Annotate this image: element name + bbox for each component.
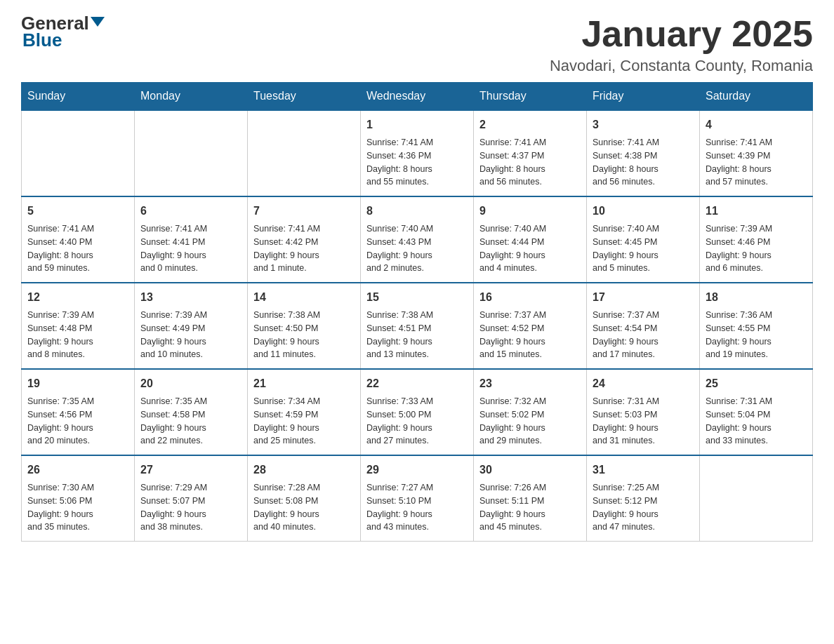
day-info: Sunrise: 7:40 AM Sunset: 4:43 PM Dayligh… xyxy=(366,222,468,275)
weekday-header: Tuesday xyxy=(248,83,361,111)
calendar-day-cell: 8Sunrise: 7:40 AM Sunset: 4:43 PM Daylig… xyxy=(361,196,474,283)
day-info: Sunrise: 7:39 AM Sunset: 4:49 PM Dayligh… xyxy=(140,309,241,361)
weekday-header: Wednesday xyxy=(361,83,474,111)
day-number: 20 xyxy=(140,375,241,392)
day-number: 31 xyxy=(593,462,694,478)
day-info: Sunrise: 7:26 AM Sunset: 5:11 PM Dayligh… xyxy=(479,481,581,534)
day-info: Sunrise: 7:30 AM Sunset: 5:06 PM Dayligh… xyxy=(27,481,128,534)
calendar-day-cell: 24Sunrise: 7:31 AM Sunset: 5:03 PM Dayli… xyxy=(587,369,700,455)
day-number: 28 xyxy=(253,462,355,478)
day-number: 19 xyxy=(27,375,128,392)
day-number: 7 xyxy=(253,203,355,220)
day-number: 23 xyxy=(479,375,581,392)
logo-blue-text: Blue xyxy=(22,29,62,51)
calendar-day-cell: 21Sunrise: 7:34 AM Sunset: 4:59 PM Dayli… xyxy=(248,369,361,455)
calendar-day-cell: 19Sunrise: 7:35 AM Sunset: 4:56 PM Dayli… xyxy=(22,369,135,455)
day-number: 24 xyxy=(593,375,694,392)
day-number: 9 xyxy=(479,203,581,220)
day-info: Sunrise: 7:40 AM Sunset: 4:45 PM Dayligh… xyxy=(593,222,694,275)
day-number: 8 xyxy=(366,203,468,220)
calendar-table: SundayMondayTuesdayWednesdayThursdayFrid… xyxy=(21,82,813,542)
day-info: Sunrise: 7:33 AM Sunset: 5:00 PM Dayligh… xyxy=(366,395,468,448)
day-info: Sunrise: 7:39 AM Sunset: 4:48 PM Dayligh… xyxy=(27,309,128,361)
logo-triangle-icon xyxy=(91,17,105,27)
day-info: Sunrise: 7:37 AM Sunset: 4:52 PM Dayligh… xyxy=(479,309,581,361)
calendar-day-cell: 26Sunrise: 7:30 AM Sunset: 5:06 PM Dayli… xyxy=(22,455,135,542)
calendar-week-row: 12Sunrise: 7:39 AM Sunset: 4:48 PM Dayli… xyxy=(22,283,813,369)
day-number: 14 xyxy=(253,289,355,306)
calendar-day-cell xyxy=(700,455,813,542)
day-number: 1 xyxy=(366,116,468,133)
day-number: 25 xyxy=(706,375,807,392)
day-number: 2 xyxy=(479,116,581,133)
calendar-day-cell: 23Sunrise: 7:32 AM Sunset: 5:02 PM Dayli… xyxy=(474,369,587,455)
day-number: 15 xyxy=(366,289,468,306)
calendar-day-cell: 10Sunrise: 7:40 AM Sunset: 4:45 PM Dayli… xyxy=(587,196,700,283)
day-info: Sunrise: 7:37 AM Sunset: 4:54 PM Dayligh… xyxy=(593,309,694,361)
day-number: 5 xyxy=(27,203,128,220)
calendar-day-cell: 13Sunrise: 7:39 AM Sunset: 4:49 PM Dayli… xyxy=(135,283,248,369)
calendar-day-cell: 6Sunrise: 7:41 AM Sunset: 4:41 PM Daylig… xyxy=(135,196,248,283)
day-info: Sunrise: 7:25 AM Sunset: 5:12 PM Dayligh… xyxy=(593,481,694,534)
day-number: 26 xyxy=(27,462,128,478)
calendar-day-cell: 15Sunrise: 7:38 AM Sunset: 4:51 PM Dayli… xyxy=(361,283,474,369)
day-number: 29 xyxy=(366,462,468,478)
day-number: 4 xyxy=(706,116,807,133)
day-number: 30 xyxy=(479,462,581,478)
calendar-day-cell: 20Sunrise: 7:35 AM Sunset: 4:58 PM Dayli… xyxy=(135,369,248,455)
calendar-day-cell xyxy=(22,110,135,196)
day-number: 16 xyxy=(479,289,581,306)
day-info: Sunrise: 7:41 AM Sunset: 4:40 PM Dayligh… xyxy=(27,222,128,275)
calendar-day-cell: 4Sunrise: 7:41 AM Sunset: 4:39 PM Daylig… xyxy=(700,110,813,196)
weekday-header: Sunday xyxy=(22,83,135,111)
day-info: Sunrise: 7:35 AM Sunset: 4:56 PM Dayligh… xyxy=(27,395,128,448)
day-info: Sunrise: 7:29 AM Sunset: 5:07 PM Dayligh… xyxy=(140,481,241,534)
calendar-day-cell: 9Sunrise: 7:40 AM Sunset: 4:44 PM Daylig… xyxy=(474,196,587,283)
calendar-day-cell: 22Sunrise: 7:33 AM Sunset: 5:00 PM Dayli… xyxy=(361,369,474,455)
calendar-day-cell: 1Sunrise: 7:41 AM Sunset: 4:36 PM Daylig… xyxy=(361,110,474,196)
day-number: 18 xyxy=(706,289,807,306)
calendar-week-row: 5Sunrise: 7:41 AM Sunset: 4:40 PM Daylig… xyxy=(22,196,813,283)
day-info: Sunrise: 7:31 AM Sunset: 5:04 PM Dayligh… xyxy=(706,395,807,448)
day-info: Sunrise: 7:39 AM Sunset: 4:46 PM Dayligh… xyxy=(706,222,807,275)
calendar-week-row: 19Sunrise: 7:35 AM Sunset: 4:56 PM Dayli… xyxy=(22,369,813,455)
month-title: January 2025 xyxy=(550,14,813,54)
page-header: General Blue January 2025 Navodari, Cons… xyxy=(21,14,813,75)
day-number: 12 xyxy=(27,289,128,306)
day-number: 6 xyxy=(140,203,241,220)
calendar-day-cell xyxy=(135,110,248,196)
calendar-day-cell: 2Sunrise: 7:41 AM Sunset: 4:37 PM Daylig… xyxy=(474,110,587,196)
logo: General Blue xyxy=(21,14,106,51)
calendar-day-cell: 31Sunrise: 7:25 AM Sunset: 5:12 PM Dayli… xyxy=(587,455,700,542)
calendar-day-cell: 12Sunrise: 7:39 AM Sunset: 4:48 PM Dayli… xyxy=(22,283,135,369)
day-info: Sunrise: 7:36 AM Sunset: 4:55 PM Dayligh… xyxy=(706,309,807,361)
calendar-week-row: 1Sunrise: 7:41 AM Sunset: 4:36 PM Daylig… xyxy=(22,110,813,196)
weekday-header-row: SundayMondayTuesdayWednesdayThursdayFrid… xyxy=(22,83,813,111)
weekday-header: Thursday xyxy=(474,83,587,111)
day-info: Sunrise: 7:34 AM Sunset: 4:59 PM Dayligh… xyxy=(253,395,355,448)
calendar-day-cell: 11Sunrise: 7:39 AM Sunset: 4:46 PM Dayli… xyxy=(700,196,813,283)
day-info: Sunrise: 7:38 AM Sunset: 4:50 PM Dayligh… xyxy=(253,309,355,361)
calendar-day-cell: 16Sunrise: 7:37 AM Sunset: 4:52 PM Dayli… xyxy=(474,283,587,369)
day-info: Sunrise: 7:41 AM Sunset: 4:39 PM Dayligh… xyxy=(706,136,807,189)
day-info: Sunrise: 7:35 AM Sunset: 4:58 PM Dayligh… xyxy=(140,395,241,448)
calendar-week-row: 26Sunrise: 7:30 AM Sunset: 5:06 PM Dayli… xyxy=(22,455,813,542)
day-info: Sunrise: 7:31 AM Sunset: 5:03 PM Dayligh… xyxy=(593,395,694,448)
weekday-header: Friday xyxy=(587,83,700,111)
calendar-header: SundayMondayTuesdayWednesdayThursdayFrid… xyxy=(22,83,813,111)
calendar-body: 1Sunrise: 7:41 AM Sunset: 4:36 PM Daylig… xyxy=(22,110,813,542)
calendar-day-cell: 28Sunrise: 7:28 AM Sunset: 5:08 PM Dayli… xyxy=(248,455,361,542)
day-number: 13 xyxy=(140,289,241,306)
calendar-day-cell: 7Sunrise: 7:41 AM Sunset: 4:42 PM Daylig… xyxy=(248,196,361,283)
day-info: Sunrise: 7:38 AM Sunset: 4:51 PM Dayligh… xyxy=(366,309,468,361)
day-number: 10 xyxy=(593,203,694,220)
day-info: Sunrise: 7:41 AM Sunset: 4:37 PM Dayligh… xyxy=(479,136,581,189)
calendar-day-cell xyxy=(248,110,361,196)
calendar-day-cell: 5Sunrise: 7:41 AM Sunset: 4:40 PM Daylig… xyxy=(22,196,135,283)
day-info: Sunrise: 7:41 AM Sunset: 4:36 PM Dayligh… xyxy=(366,136,468,189)
day-info: Sunrise: 7:32 AM Sunset: 5:02 PM Dayligh… xyxy=(479,395,581,448)
day-info: Sunrise: 7:41 AM Sunset: 4:38 PM Dayligh… xyxy=(593,136,694,189)
day-info: Sunrise: 7:40 AM Sunset: 4:44 PM Dayligh… xyxy=(479,222,581,275)
calendar-day-cell: 29Sunrise: 7:27 AM Sunset: 5:10 PM Dayli… xyxy=(361,455,474,542)
day-number: 3 xyxy=(593,116,694,133)
